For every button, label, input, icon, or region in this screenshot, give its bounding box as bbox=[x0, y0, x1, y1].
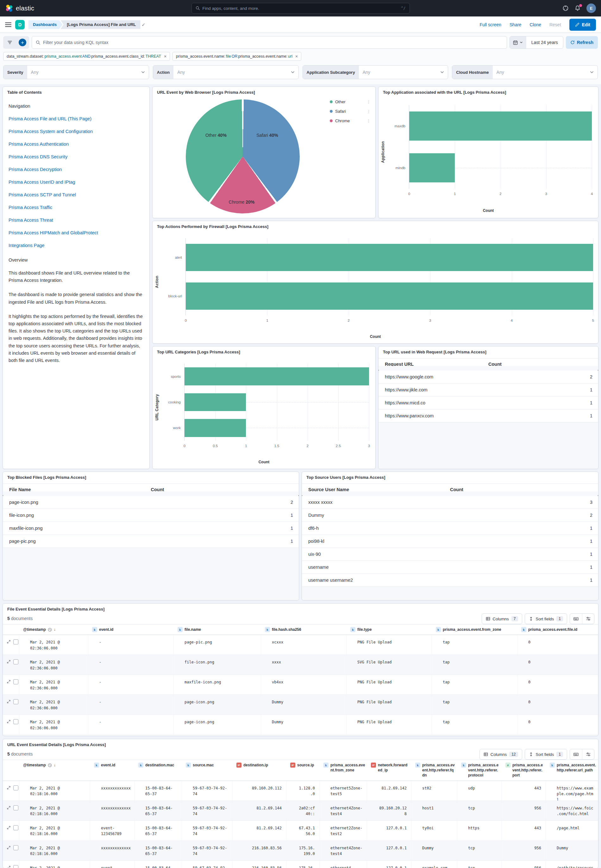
table-row[interactable]: file-icon.png1 bbox=[3, 509, 299, 522]
saved-query-icon[interactable] bbox=[5, 38, 15, 47]
row-checkbox[interactable] bbox=[13, 659, 18, 665]
table-row[interactable]: Dummy2 bbox=[302, 509, 598, 522]
control-action[interactable]: ActionAny bbox=[153, 65, 299, 79]
column-header-prisma_access.event.http.referer.port[interactable]: #prisma_access.event.http.referer.port bbox=[502, 760, 546, 781]
remove-filter-icon[interactable]: × bbox=[164, 54, 166, 59]
column-header-network.forwarded_ip[interactable]: IPnetwork.forwarded_ip bbox=[367, 760, 412, 781]
chart-bar-work[interactable] bbox=[185, 419, 246, 437]
expand-row-icon[interactable] bbox=[7, 640, 11, 644]
legend-item-menu-icon[interactable]: ⋮ bbox=[367, 109, 371, 114]
chart-bar-mindb[interactable] bbox=[409, 153, 455, 182]
legend-item-menu-icon[interactable]: ⋮ bbox=[367, 100, 371, 104]
column-header-source.ip[interactable]: IPsource.ip bbox=[287, 760, 320, 781]
column-header-file.hash.sha256[interactable]: kfile.hash.sha256 bbox=[261, 625, 346, 635]
expand-row-icon[interactable] bbox=[7, 825, 11, 830]
expand-row-icon[interactable] bbox=[7, 680, 11, 684]
toc-link[interactable]: Prisma Access Decryption bbox=[9, 167, 144, 172]
column-header-file.name[interactable]: kfile.name bbox=[174, 625, 261, 635]
control-application-subcategory[interactable]: Application SubcategoryAny bbox=[302, 65, 448, 79]
table-row[interactable]: page-pic.png1 bbox=[3, 535, 299, 548]
remove-filter-icon[interactable]: × bbox=[295, 54, 298, 59]
toc-link[interactable]: Prisma Access HIPMatch and GlobalProtect bbox=[9, 230, 144, 235]
elastic-logo[interactable]: elastic bbox=[5, 4, 34, 12]
chart-bar-alert[interactable] bbox=[186, 244, 593, 271]
column-header-destination.ip[interactable]: IPdestination.ip bbox=[233, 760, 287, 781]
control-severity[interactable]: SeverityAny bbox=[3, 65, 149, 79]
sort-descending-icon[interactable]: ↓ bbox=[54, 627, 56, 632]
column-header-event.id[interactable]: kevent.id bbox=[88, 625, 174, 635]
notifications-bell-icon[interactable] bbox=[574, 5, 581, 11]
table-row[interactable]: maxfile-icon.png1 bbox=[3, 522, 299, 535]
expand-row-icon[interactable] bbox=[7, 845, 11, 850]
columns-button[interactable]: Columns12 bbox=[479, 749, 522, 760]
kql-search-input[interactable]: Filter your data using KQL syntax bbox=[32, 36, 507, 49]
column-header-@timestamp[interactable]: @timestamp↓ bbox=[19, 760, 90, 781]
table-row[interactable]: uix-901 bbox=[302, 548, 598, 561]
table-row[interactable]: https://www.micd.co1 bbox=[378, 396, 598, 410]
reset-link[interactable]: Reset bbox=[549, 22, 561, 27]
deployment-icon[interactable] bbox=[562, 5, 569, 11]
table-row[interactable]: poi98-kl1 bbox=[302, 535, 598, 548]
legend-item-other[interactable]: Other⋮ bbox=[330, 99, 371, 104]
table-row[interactable]: https://www.panxcv.com1 bbox=[378, 410, 598, 422]
columns-button[interactable]: Columns7 bbox=[482, 613, 522, 624]
refresh-button[interactable]: Refresh bbox=[566, 36, 598, 49]
time-range-display[interactable]: Last 24 years bbox=[526, 40, 563, 45]
row-checkbox[interactable] bbox=[13, 785, 18, 790]
column-header-prisma_access.event.file.id[interactable]: kprisma_access.event.file.id bbox=[517, 625, 598, 635]
dashboard-app-icon[interactable]: D bbox=[15, 20, 25, 29]
chart-bar-sports[interactable] bbox=[185, 367, 369, 385]
menu-hamburger-icon[interactable] bbox=[5, 22, 11, 27]
calendar-button[interactable] bbox=[510, 37, 526, 49]
toc-link[interactable]: Prisma Access Traffic bbox=[9, 205, 144, 210]
display-options-button[interactable] bbox=[582, 614, 594, 624]
toc-link[interactable]: Prisma Access File and URL (This Page) bbox=[9, 116, 144, 121]
filter-pill[interactable]: data_stream.dataset: prisma_access.event… bbox=[3, 52, 170, 61]
sort-fields-button[interactable]: Sort fields1 bbox=[525, 749, 567, 760]
toc-link[interactable]: Prisma Access SCTP and Tunnel bbox=[9, 192, 144, 197]
chart-bar-maxdb[interactable] bbox=[409, 112, 592, 141]
table-row[interactable]: page-icon.png2 bbox=[3, 496, 299, 509]
row-checkbox[interactable] bbox=[13, 845, 18, 850]
table-row[interactable]: username1 bbox=[302, 561, 598, 574]
breadcrumb-dashboards[interactable]: Dashboards bbox=[29, 20, 63, 29]
expand-row-icon[interactable] bbox=[7, 700, 11, 704]
column-header-event.id[interactable]: kevent.id bbox=[90, 760, 134, 781]
row-checkbox[interactable] bbox=[13, 639, 18, 645]
column-header-destination.mac[interactable]: kdestination.mac bbox=[134, 760, 182, 781]
clone-link[interactable]: Clone bbox=[529, 22, 541, 27]
toc-link[interactable]: Prisma Access Threat bbox=[9, 217, 144, 223]
column-header-prisma_access.event.http.referer.protocol[interactable]: kprisma_access.event.http.referer.protoc… bbox=[457, 760, 502, 781]
row-checkbox[interactable] bbox=[13, 719, 18, 724]
keyboard-shortcuts-button[interactable] bbox=[570, 749, 582, 760]
display-options-button[interactable] bbox=[582, 749, 594, 760]
edit-button[interactable]: Edit bbox=[569, 19, 596, 31]
sort-fields-button[interactable]: Sort fields1 bbox=[525, 613, 567, 624]
table-row[interactable]: xxxxx xxxxx3 bbox=[302, 496, 598, 509]
chart-bar-block-url[interactable] bbox=[186, 283, 593, 309]
expand-row-icon[interactable] bbox=[7, 865, 11, 868]
column-header-prisma_access.event.from_zone[interactable]: kprisma_access.event.from_zone bbox=[432, 625, 517, 635]
row-checkbox[interactable] bbox=[13, 865, 18, 868]
legend-item-chrome[interactable]: Chrome⋮ bbox=[330, 118, 371, 123]
global-search-input[interactable]: Find apps, content, and more. ^/ bbox=[191, 3, 410, 14]
user-avatar[interactable]: E bbox=[586, 3, 596, 13]
check-icon[interactable]: ✓ bbox=[142, 22, 146, 27]
expand-row-icon[interactable] bbox=[7, 720, 11, 724]
column-header-prisma_access.event.from_zone[interactable]: kprisma_access.event.from_zone bbox=[320, 760, 367, 781]
table-row[interactable]: https://www.jikle.com1 bbox=[378, 384, 598, 396]
add-filter-button[interactable]: + bbox=[18, 38, 27, 47]
column-header-prisma_access.event.http.referer.url_path[interactable]: kprisma_access.event.http.referer.url_pa… bbox=[546, 760, 598, 781]
table-row[interactable]: df6-h1 bbox=[302, 522, 598, 535]
toc-link[interactable]: Prisma Access System and Configuration bbox=[9, 129, 144, 134]
table-row[interactable]: username username21 bbox=[302, 574, 598, 587]
expand-row-icon[interactable] bbox=[7, 660, 11, 664]
toc-link[interactable]: Prisma Access UserID and IPtag bbox=[9, 180, 144, 185]
column-header-@timestamp[interactable]: @timestamp↓ bbox=[19, 625, 88, 635]
row-checkbox[interactable] bbox=[13, 699, 18, 704]
column-header-file.type[interactable]: kfile.type bbox=[346, 625, 432, 635]
row-checkbox[interactable] bbox=[13, 679, 18, 684]
row-checkbox[interactable] bbox=[13, 825, 18, 830]
chart-bar-cooking[interactable] bbox=[185, 393, 246, 411]
toc-link[interactable]: Prisma Access Authentication bbox=[9, 142, 144, 147]
